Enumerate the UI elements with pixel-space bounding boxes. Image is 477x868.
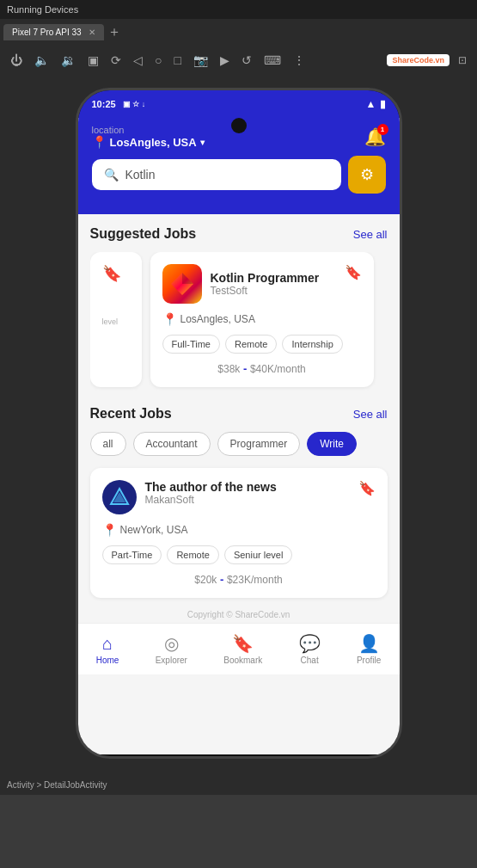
screenshot-icon[interactable]: ⊡: [455, 52, 470, 68]
bottom-bar: Activity > DetailJobActivity: [0, 774, 477, 795]
job-salary: $38k - $40K/month: [162, 362, 362, 375]
location-label: location: [92, 125, 205, 135]
filter-tab-write[interactable]: Write: [307, 432, 357, 456]
suggested-jobs-scroll: 🔖 level: [90, 252, 388, 391]
filter-tabs: all Accountant Programmer Write: [90, 432, 388, 456]
sharecode-logo: ShareCode.vn: [387, 54, 449, 66]
status-icons: ▲ ▮: [366, 98, 386, 110]
filter-button[interactable]: ⚙: [348, 156, 386, 194]
pin-icon: 📍: [162, 312, 177, 326]
recent-bookmark-icon[interactable]: 🔖: [358, 480, 376, 496]
pin-location-icon: 📍: [92, 135, 107, 149]
tab-label: Pixel 7 Pro API 33: [12, 28, 82, 37]
recent-tag-senior: Seniur level: [224, 545, 292, 564]
app-content: location 📍 LosAngles, USA ▾ 🔔 1: [78, 118, 400, 754]
home-icon: ⌂: [102, 634, 113, 654]
tag-remote: Remote: [225, 335, 278, 354]
nav-label-explorer: Explorer: [156, 656, 187, 665]
video-icon[interactable]: ▶: [217, 52, 233, 69]
recent-job-card[interactable]: The author of the news MakanSoft 🔖 📍 New…: [90, 468, 388, 598]
recent-tag-remote: Remote: [167, 545, 219, 564]
chat-icon: 💬: [299, 633, 321, 654]
nav-label-chat: Chat: [301, 656, 319, 665]
recent-job-company: MakanSoft: [145, 494, 358, 506]
active-tab[interactable]: Pixel 7 Pro API 33 ✕: [3, 24, 104, 40]
activity-breadcrumb: Activity > DetailJobActivity: [7, 780, 107, 790]
search-value[interactable]: Kotlin: [125, 168, 156, 182]
nav-item-chat[interactable]: 💬 Chat: [299, 633, 321, 665]
volume-icon[interactable]: 🔈: [31, 52, 52, 69]
status-time: 10:25 ▣ ☆ ↓: [92, 99, 146, 109]
chevron-down-icon[interactable]: ▾: [200, 138, 205, 147]
tag-row: Full-Time Remote Internship: [162, 335, 362, 354]
bell-badge: 1: [377, 124, 388, 135]
suggested-jobs-header: Suggested Jobs See all: [90, 226, 388, 242]
nav-item-bookmark[interactable]: 🔖 Bookmark: [223, 633, 262, 665]
more-icon[interactable]: ⋮: [290, 52, 309, 69]
job-title: Kotlin Programmer: [211, 271, 320, 285]
back-icon[interactable]: ◁: [130, 52, 146, 69]
location-value: 📍 LosAngles, USA ▾: [92, 135, 205, 149]
camera-notch: [231, 118, 247, 133]
camera-icon[interactable]: 📷: [190, 52, 211, 69]
filter-tab-all[interactable]: all: [90, 432, 126, 456]
device-icon[interactable]: ▣: [84, 52, 102, 69]
suggested-job-card[interactable]: Kotlin Programmer TestSoft 🔖 📍 LosAngles…: [150, 252, 374, 387]
watermark: Copyright © ShareCode.vn: [78, 606, 400, 623]
suggested-jobs-see-all[interactable]: See all: [353, 228, 388, 241]
search-row: 🔍 Kotlin ⚙: [92, 156, 386, 194]
keyboard-icon[interactable]: ⌨: [260, 52, 284, 69]
close-icon[interactable]: ✕: [89, 28, 95, 37]
job-logo-area: Kotlin Programmer TestSoft: [162, 264, 320, 304]
search-icon: 🔍: [104, 168, 119, 182]
recent-tag-row: Part-Time Remote Seniur level: [102, 545, 376, 564]
phone-frame: 10:25 ▣ ☆ ↓ ▲ ▮ location 📍: [76, 88, 402, 759]
recent-jobs-title: Recent Jobs: [90, 406, 172, 422]
rotate-icon[interactable]: ⟳: [107, 52, 125, 69]
suggested-jobs-title: Suggested Jobs: [90, 226, 197, 242]
home-circle-icon[interactable]: ○: [151, 52, 165, 69]
nav-label-bookmark: Bookmark: [223, 656, 262, 665]
tab-bar: Pixel 7 Pro API 33 ✕ ＋: [0, 19, 477, 45]
top-bar-title: Running Devices: [7, 4, 78, 15]
volume-up-icon[interactable]: 🔉: [58, 52, 79, 69]
nav-item-explorer[interactable]: ◎ Explorer: [156, 633, 187, 665]
bottom-nav: ⌂ Home ◎ Explorer 🔖 Bookmark 💬 Chat: [78, 623, 400, 674]
top-bar: Running Devices: [0, 0, 477, 19]
power-icon[interactable]: ⏻: [7, 52, 26, 69]
main-content: Suggested Jobs See all 🔖 level: [78, 214, 400, 598]
company-logo: [102, 480, 137, 514]
job-location: 📍 LosAngles, USA: [162, 312, 362, 326]
nav-item-home[interactable]: ⌂ Home: [96, 634, 119, 665]
search-box[interactable]: 🔍 Kotlin: [92, 159, 341, 190]
recent-job-title: The author of the news: [145, 480, 358, 494]
partial-job-card[interactable]: 🔖 level: [90, 252, 142, 387]
partial-card-level: level: [102, 317, 130, 326]
recent-card-header: The author of the news MakanSoft 🔖: [102, 480, 376, 514]
add-tab-icon[interactable]: ＋: [107, 23, 121, 41]
tag-internship: Internship: [282, 335, 342, 354]
recent-job-location: 📍 NewYork, USA: [102, 523, 376, 537]
filter-icon: ⚙: [360, 165, 374, 184]
filter-tab-programmer[interactable]: Programmer: [217, 432, 301, 456]
kotlin-logo: [162, 264, 202, 304]
status-bar: 10:25 ▣ ☆ ↓ ▲ ▮: [78, 90, 400, 118]
toolbar-row: ⏻ 🔈 🔉 ▣ ⟳ ◁ ○ □ 📷 ▶ ↺ ⌨ ⋮ ShareCode.vn ⊡: [0, 45, 477, 76]
recent-tag-parttime: Part-Time: [102, 545, 162, 564]
profile-icon: 👤: [358, 633, 380, 654]
bookmark-icon[interactable]: 🔖: [345, 264, 362, 280]
recent-jobs-see-all[interactable]: See all: [353, 408, 388, 421]
recent-job-salary: $20k - $23K/month: [102, 573, 376, 586]
bell-container[interactable]: 🔔 1: [364, 126, 386, 147]
nav-label-profile: Profile: [357, 656, 381, 665]
explorer-icon: ◎: [164, 633, 179, 654]
refresh-icon[interactable]: ↺: [238, 52, 255, 69]
filter-tab-accountant[interactable]: Accountant: [133, 432, 211, 456]
desktop-chrome: Running Devices Pixel 7 Pro API 33 ✕ ＋ ⏻…: [0, 0, 477, 795]
nav-item-profile[interactable]: 👤 Profile: [357, 633, 381, 665]
wifi-icon: ▲: [366, 98, 376, 110]
recent-job-info: The author of the news MakanSoft: [137, 480, 358, 506]
recents-icon[interactable]: □: [170, 52, 184, 69]
job-title-area: Kotlin Programmer TestSoft: [211, 271, 320, 297]
bookmark-partial-icon: 🔖: [102, 265, 121, 282]
